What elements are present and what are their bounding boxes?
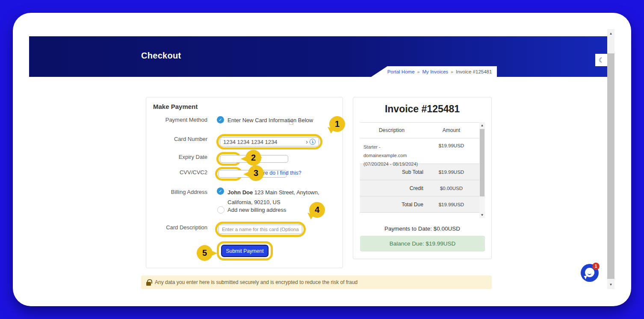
breadcrumb: Portal Home » My Invoices » Invoice #125… [371, 66, 497, 77]
check-icon: ✓ [219, 117, 222, 122]
description-column-header: Description [360, 123, 423, 138]
cvc-highlight [215, 167, 242, 181]
line-item-name: Starter - domainexample.com [363, 143, 423, 160]
subtotal-row: Sub Total $19.99USD [360, 164, 479, 180]
make-payment-panel: Make Payment Payment Method ✓ Enter New … [146, 97, 343, 268]
balance-due-badge: Balance Due: $19.99USD [360, 236, 485, 252]
annotation-number: 4 [315, 205, 319, 215]
scroll-down-icon[interactable]: ▼ [479, 213, 485, 217]
scroll-down-icon[interactable]: ▼ [607, 283, 614, 287]
cvc-label: CVV/CVC2 [146, 169, 207, 176]
security-notice-text: Any data you enter here is submitted sec… [155, 279, 357, 285]
total-due-row: Total Due $19.99USD [360, 196, 479, 213]
annotation-number: 2 [251, 153, 256, 163]
card-description-label: Card Description [146, 224, 207, 231]
line-item-amount: $19.99USD [423, 138, 479, 164]
line-item-description: Starter - domainexample.com (07/20/2024 … [360, 138, 423, 164]
annotation-number: 1 [335, 119, 340, 129]
breadcrumb-portal-home[interactable]: Portal Home [387, 69, 415, 74]
invoice-line-item-row: Starter - domainexample.com (07/20/2024 … [360, 138, 479, 164]
page-scrollbar-thumb[interactable] [607, 53, 614, 279]
invoice-table-header: Description Amount [360, 122, 479, 138]
chevron-right-icon[interactable]: › [306, 139, 308, 145]
breadcrumb-separator: » [417, 69, 420, 74]
expiry-date-label: Expiry Date [146, 154, 207, 160]
submit-highlight: Submit Payment [217, 241, 273, 260]
total-due-label: Total Due [360, 196, 423, 212]
annotation-bubble-4: 4 [309, 202, 325, 218]
total-due-amount: $19.99USD [423, 196, 479, 212]
billing-address-label: Billing Address [146, 189, 207, 195]
bubble-tail [241, 156, 246, 161]
make-payment-title: Make Payment [153, 103, 198, 110]
scroll-up-icon[interactable]: ▲ [607, 32, 614, 35]
invoice-summary-panel: Invoice #125481 Description Amount Start… [353, 97, 492, 259]
bubble-tail [212, 251, 217, 256]
live-chat-button[interactable]: 1 [581, 264, 599, 282]
invoice-scrollbar-thumb[interactable] [480, 129, 484, 196]
new-card-option-label[interactable]: Enter New Card Information Below [227, 117, 313, 123]
add-address-radio[interactable] [217, 206, 225, 214]
breadcrumb-current-invoice: Invoice #125481 [456, 69, 492, 74]
annotation-bubble-2: 2 [245, 150, 261, 166]
card-number-field-shell: › 1 [220, 137, 319, 146]
mouse-cursor-icon: ☝ [289, 117, 294, 127]
subtotal-label: Sub Total [360, 164, 423, 180]
add-address-label[interactable]: Add new billing address [227, 207, 286, 213]
check-icon: ✓ [219, 189, 222, 193]
browser-page: Checkout ☾ Portal Home » My Invoices » I… [13, 13, 631, 306]
moon-icon: ☾ [599, 56, 604, 64]
invoice-title: Invoice #125481 [353, 103, 491, 115]
credit-row: Credit $0.00USD [360, 180, 479, 196]
card-description-input[interactable] [222, 227, 299, 232]
page-scrollbar[interactable]: ▲ ▼ [607, 29, 614, 289]
invoice-table: Description Amount Starter - domainexamp… [360, 122, 479, 213]
billing-name: John Doe [227, 189, 253, 196]
submit-payment-button[interactable]: Submit Payment [221, 245, 269, 257]
card-number-label: Card Number [146, 136, 207, 142]
annotation-bubble-5: 5 [197, 245, 213, 261]
credit-label: Credit [360, 180, 423, 196]
scroll-up-icon[interactable]: ▲ [479, 123, 485, 127]
password-manager-icon[interactable]: 1 [310, 139, 316, 145]
annotation-bubble-1: 1 [329, 116, 345, 132]
new-card-radio[interactable]: ✓ [217, 116, 224, 123]
card-description-field-shell [219, 225, 302, 234]
bubble-tail [243, 172, 249, 177]
bubble-tail [305, 211, 314, 219]
card-number-highlight: › 1 [216, 134, 322, 149]
annotation-number: 3 [254, 168, 258, 178]
payment-method-label: Payment Method [146, 117, 207, 123]
amount-column-header: Amount [423, 123, 479, 138]
annotation-bubble-3: 3 [248, 165, 264, 181]
annotation-number: 5 [202, 248, 207, 258]
payments-to-date: Payments to Date: $0.00USD [353, 225, 491, 232]
card-description-highlight [215, 222, 306, 237]
chat-unread-badge: 1 [592, 263, 600, 270]
existing-address-radio[interactable]: ✓ [217, 187, 224, 195]
security-notice: Any data you enter here is submitted sec… [141, 275, 492, 289]
page-title: Checkout [141, 51, 181, 61]
subtotal-amount: $19.99USD [423, 164, 479, 180]
card-number-input[interactable] [223, 139, 306, 145]
lock-icon [146, 282, 151, 286]
credit-amount: $0.00USD [423, 180, 479, 196]
bubble-tail [325, 125, 334, 134]
invoice-table-scrollbar[interactable]: ▲ ▼ [479, 122, 485, 218]
breadcrumb-separator: » [451, 69, 453, 74]
dark-mode-toggle[interactable]: ☾ [595, 54, 608, 66]
expiry-highlight [216, 152, 241, 166]
checkout-header: Checkout ☾ [29, 36, 607, 77]
breadcrumb-my-invoices[interactable]: My Invoices [422, 69, 448, 74]
